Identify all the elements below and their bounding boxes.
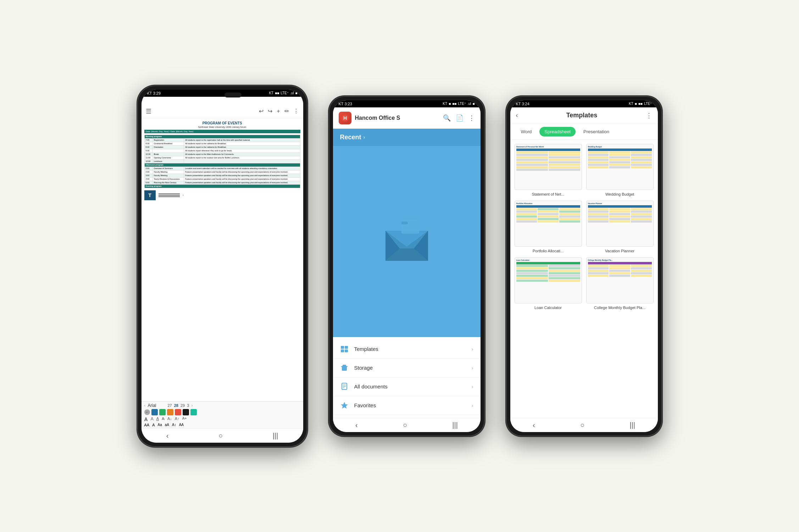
font-sizes: 27 28 29 3 — [168, 403, 189, 408]
template-name-vacation: Vacation Planner — [586, 249, 654, 253]
hancom-header: H Hancom Office S 🔍 📄 ⋮ — [333, 107, 481, 129]
home-button-right[interactable]: ○ — [580, 421, 584, 429]
envelope-illustration — [378, 217, 435, 266]
back-button-right[interactable]: ‹ — [533, 421, 535, 429]
table-row: 8:30Continental BreakfastAll students re… — [144, 142, 300, 145]
add-icon[interactable]: + — [277, 108, 280, 114]
subscript-button[interactable]: A↓ — [167, 416, 172, 422]
color-blue[interactable] — [151, 409, 158, 415]
template-name-portfolio: Portfolio Allocati... — [515, 249, 582, 253]
bottom-toolbar: ‹ Arial 27 28 29 3 › ↩ — [142, 401, 303, 429]
case-button[interactable]: aA — [165, 423, 169, 427]
menu-arrow-icon4: › — [472, 403, 473, 408]
more-menu-icon[interactable]: ⋮ — [468, 114, 475, 122]
menu-templates-label: Templates — [354, 346, 466, 352]
menu-section: Templates › Storage › — [333, 337, 481, 418]
status-icons-right: KT ■ ■■ LTE⁺ — [629, 102, 652, 106]
redo-icon[interactable]: ↪ — [268, 108, 272, 114]
template-card-wedding[interactable]: Wedding Budget Wedding Budget — [586, 144, 654, 196]
status-icons-left: KT ■■ LTE⁺ .ul ■ — [269, 91, 297, 95]
template-name-statement: Statement of Net... — [515, 192, 582, 196]
menu-favorites-label: Favorites — [354, 402, 466, 408]
template-name-college: College Monthly Budget Pla... — [586, 306, 654, 310]
tabs-row: Word Spreadsheet Presentation — [510, 124, 658, 140]
font-size-3[interactable]: 3 — [187, 403, 189, 408]
back-arrow-icon[interactable]: ‹ — [516, 112, 518, 119]
template-card-loan[interactable]: Loan Calculator Loan Calculator — [515, 257, 582, 310]
strikethrough-button[interactable]: A̶ — [162, 416, 165, 422]
time-center: KT 3:23 — [339, 102, 352, 106]
font-size-29[interactable]: 29 — [181, 403, 185, 408]
color-green[interactable] — [159, 409, 166, 415]
superscript-button[interactable]: A↑ — [175, 416, 179, 422]
new-doc-icon[interactable]: 📄 — [456, 114, 464, 122]
font-size-27[interactable]: 27 — [168, 403, 172, 408]
back-button-center[interactable]: ‹ — [355, 421, 358, 429]
text-style-row: A A A A̶ A↓ A↑ A+ — [144, 416, 300, 422]
template-thumb-vacation: Vacation Planner — [586, 201, 654, 247]
recent-arrow-icon: › — [364, 134, 365, 140]
back-button-left[interactable]: ‹ — [166, 432, 169, 440]
menu-button-right[interactable]: ||| — [629, 421, 635, 429]
nav-prev-icon[interactable]: ‹ — [144, 403, 146, 408]
more-options-icon[interactable]: ⋮ — [646, 112, 652, 119]
color-red[interactable] — [175, 409, 181, 415]
home-button-center[interactable]: ○ — [403, 421, 407, 429]
undo-icon[interactable]: ↩ — [259, 108, 263, 114]
search-icon[interactable]: 🔍 — [443, 114, 451, 122]
italic-button[interactable]: A — [151, 416, 154, 422]
evening-section: Evening program — [144, 184, 300, 188]
aa-button[interactable]: Aa — [158, 423, 162, 427]
hancom-logo: H — [339, 112, 351, 124]
menu-item-all-docs[interactable]: All documents › — [333, 377, 481, 396]
templates-icon — [340, 345, 349, 353]
color-orange[interactable] — [167, 409, 173, 415]
menu-item-favorites[interactable]: Favorites › — [333, 396, 481, 415]
menu-arrow-icon3: › — [472, 384, 473, 390]
template-card-vacation[interactable]: Vacation Planner Vacation Planner — [586, 201, 654, 253]
menu-arrow-icon2: › — [472, 365, 473, 371]
table-row: 4:00Yearly Reviews & DiscussionsFeature … — [144, 177, 300, 181]
more-text-button[interactable]: A+ — [182, 416, 187, 422]
phone-center: KT 3:23 KT ■ ■■ LTE⁺ .ul ■ H — [329, 96, 485, 436]
template-card-portfolio[interactable]: Portfolio Allocation Portfolio Allocati.… — [515, 201, 582, 253]
undo-small-icon[interactable]: ↩ — [144, 409, 150, 415]
underline-button[interactable]: A — [156, 416, 159, 422]
color-black[interactable] — [183, 409, 189, 415]
svg-rect-9 — [341, 346, 344, 349]
text-tool-button[interactable]: T — [144, 190, 156, 200]
templates-title: Templates — [522, 112, 642, 119]
color-teal[interactable] — [190, 409, 197, 415]
bold-button[interactable]: A — [144, 416, 148, 422]
nav-next-icon[interactable]: › — [191, 403, 193, 408]
svg-rect-11 — [341, 349, 344, 352]
tab-spreadsheet[interactable]: Spreadsheet — [539, 127, 576, 136]
font-size-28[interactable]: 28 — [174, 403, 178, 408]
recent-label: Recent — [340, 134, 361, 141]
doc-date-bar: Date: [Month, Day, Year] / Date: [Month,… — [144, 130, 300, 133]
tab-presentation[interactable]: Presentation — [578, 127, 614, 136]
text-color-button[interactable]: A — [152, 423, 155, 427]
edit-icon[interactable]: ✏ — [284, 108, 289, 114]
phone-right: KT 3:24 KT ■ ■■ LTE⁺ ‹ Templates ⋮ Word … — [506, 96, 662, 436]
menu-item-storage[interactable]: Storage › — [333, 359, 481, 377]
home-button-left[interactable]: ○ — [218, 432, 223, 440]
template-card-college[interactable]: College Monthly Budget Pla... College Mo… — [586, 257, 654, 310]
hamburger-menu-icon[interactable]: ☰ — [146, 107, 151, 115]
menu-button-center[interactable]: ||| — [452, 421, 458, 429]
menu-item-templates[interactable]: Templates › — [333, 340, 481, 359]
more-icon[interactable]: ⋮ — [293, 108, 299, 114]
screen-right: KT 3:24 KT ■ ■■ LTE⁺ ‹ Templates ⋮ Word … — [510, 100, 658, 432]
template-thumb-loan: Loan Calculator — [515, 257, 582, 303]
highlight-button[interactable]: AA — [144, 423, 150, 427]
header-icons: 🔍 📄 ⋮ — [443, 114, 475, 122]
menu-button-left[interactable]: ||| — [273, 432, 278, 440]
recent-bar[interactable]: Recent › — [333, 129, 481, 146]
font-name-label: Arial — [148, 403, 166, 408]
app-title: Hancom Office S — [355, 115, 439, 121]
tab-word[interactable]: Word — [516, 127, 537, 136]
template-card-statement[interactable]: Statement of Personal Net Worth — [515, 144, 582, 196]
blue-section — [333, 146, 481, 337]
aa2-button[interactable]: AA — [179, 423, 184, 427]
font-effect-button[interactable]: A↕ — [172, 423, 176, 427]
